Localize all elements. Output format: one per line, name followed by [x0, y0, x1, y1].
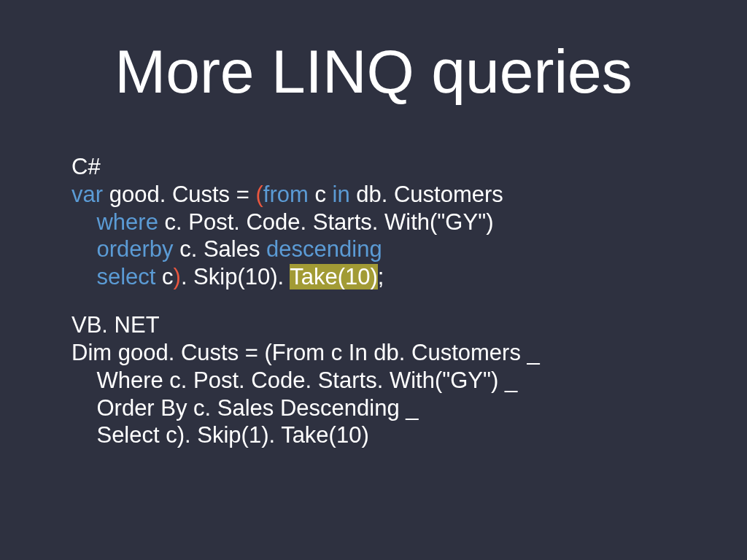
kw-descending: descending [266, 236, 382, 262]
kw-where: where [96, 209, 158, 235]
paren-open: ( [255, 182, 263, 207]
code-text: db. Customers [350, 182, 503, 207]
code-text: c. Sales [174, 236, 267, 262]
csharp-code: var good. Custs = (from c in db. Custome… [71, 181, 703, 291]
kw-select: select [96, 264, 155, 289]
kw-orderby: orderby [96, 236, 173, 262]
code-text: good. Custs = [103, 182, 255, 207]
slide-title: More LINQ queries [0, 36, 747, 107]
code-line: Select c). Skip(1). Take(10) [71, 422, 369, 448]
kw-in: in [333, 182, 350, 207]
slide-body: C# var good. Custs = (from c in db. Cust… [71, 153, 703, 470]
highlight-take: Take(10) [290, 264, 378, 289]
code-text: ; [378, 264, 384, 289]
code-indent [71, 264, 96, 289]
code-line: Where c. Post. Code. Starts. With("GY") … [71, 368, 517, 393]
code-text: c [155, 264, 173, 289]
csharp-label: C# [71, 153, 703, 181]
kw-var: var [71, 182, 103, 207]
code-line: Order By c. Sales Descending _ [71, 395, 419, 421]
kw-from: from [263, 182, 309, 207]
paren-close: ) [174, 264, 181, 289]
vbnet-label: VB. NET [71, 311, 703, 339]
code-text: c [309, 182, 333, 207]
code-indent [71, 209, 96, 235]
code-text: c. Post. Code. Starts. With("GY") [158, 209, 494, 235]
code-text: . Skip(10). [181, 264, 290, 289]
code-line: Dim good. Custs = (From c In db. Custome… [71, 340, 540, 365]
slide: More LINQ queries C# var good. Custs = (… [0, 0, 747, 560]
vbnet-code: Dim good. Custs = (From c In db. Custome… [71, 339, 703, 449]
code-indent [71, 236, 96, 262]
